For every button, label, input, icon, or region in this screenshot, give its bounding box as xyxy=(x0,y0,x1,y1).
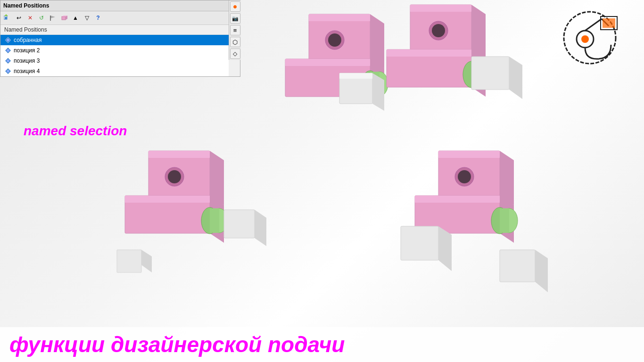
camera-button[interactable]: 📷 xyxy=(230,13,240,24)
svg-rect-37 xyxy=(210,208,219,233)
delete-button[interactable]: ✕ xyxy=(25,13,35,23)
logo xyxy=(559,7,620,68)
svg-marker-26 xyxy=(509,57,522,99)
logo-svg xyxy=(559,7,620,68)
svg-rect-17 xyxy=(387,49,471,57)
svg-rect-48 xyxy=(500,208,509,233)
svg-point-42 xyxy=(458,170,471,183)
flag-button[interactable] xyxy=(48,13,58,23)
position-item-2[interactable]: позиция 3 xyxy=(0,56,229,66)
svg-marker-29 xyxy=(210,151,224,205)
bottom-text: функции дизайнерской подачи xyxy=(0,327,644,362)
panel-title: Named Positions xyxy=(3,2,49,9)
add-button[interactable] xyxy=(2,13,13,23)
svg-point-76 xyxy=(581,35,589,43)
right-toolbar: ● 📷 ≡ ⬡ ◇ xyxy=(229,0,241,60)
position-icon-2 xyxy=(4,57,12,65)
svg-point-73 xyxy=(7,70,9,73)
position-item-1[interactable]: позиция 2 xyxy=(0,45,229,56)
svg-marker-56 xyxy=(141,250,152,272)
svg-rect-53 xyxy=(500,250,535,282)
svg-point-67 xyxy=(7,39,9,41)
svg-rect-57 xyxy=(5,17,7,19)
position-icon-0 xyxy=(4,36,12,44)
svg-rect-28 xyxy=(149,151,210,158)
svg-point-71 xyxy=(7,59,9,62)
position-icon-3 xyxy=(4,67,12,75)
parts-button[interactable]: ⬡ xyxy=(230,37,240,47)
named-selection-text: named selection xyxy=(24,123,127,139)
svg-rect-51 xyxy=(401,226,438,260)
named-positions-panel: Named Positions ⚙ ↩ ✕ ↺ xyxy=(0,0,240,77)
toolbar: ↩ ✕ ↺ ▲ ▽ ? xyxy=(0,11,240,25)
svg-point-4 xyxy=(328,33,341,47)
column-header: Named Positions xyxy=(0,25,240,35)
position-item-0[interactable]: собранная xyxy=(0,35,229,45)
svg-rect-62 xyxy=(62,16,66,20)
svg-marker-54 xyxy=(535,250,548,292)
svg-rect-25 xyxy=(471,57,509,90)
svg-point-15 xyxy=(432,24,445,37)
list-button[interactable]: ≡ xyxy=(230,25,240,35)
svg-point-31 xyxy=(168,170,181,183)
svg-line-77 xyxy=(585,19,602,31)
color-button[interactable]: ● xyxy=(230,1,240,12)
svg-point-69 xyxy=(7,49,9,52)
svg-rect-55 xyxy=(117,250,141,272)
svg-rect-24 xyxy=(339,73,372,79)
panel-content: собранная позиция 2 позиция 3 xyxy=(0,35,229,76)
panel-title-bar: Named Positions ⚙ xyxy=(0,0,240,11)
box-button[interactable] xyxy=(59,13,69,23)
svg-rect-39 xyxy=(438,151,500,158)
down-button[interactable]: ▽ xyxy=(82,13,92,23)
svg-rect-1 xyxy=(309,14,370,21)
svg-rect-6 xyxy=(285,59,370,66)
svg-marker-13 xyxy=(471,5,486,59)
svg-marker-2 xyxy=(370,14,384,68)
settings2-button[interactable]: ◇ xyxy=(230,49,240,59)
svg-marker-60 xyxy=(50,16,55,18)
svg-marker-59 xyxy=(4,14,8,16)
undo-button[interactable]: ↩ xyxy=(14,13,24,23)
svg-rect-44 xyxy=(415,196,500,203)
help-button[interactable]: ? xyxy=(93,13,103,23)
up-button[interactable]: ▲ xyxy=(70,13,81,23)
svg-marker-50 xyxy=(255,210,266,246)
svg-rect-80 xyxy=(603,18,615,28)
position-icon-1 xyxy=(4,47,12,54)
svg-rect-49 xyxy=(224,210,255,238)
svg-marker-40 xyxy=(500,151,514,205)
svg-rect-12 xyxy=(410,5,471,12)
position-item-3[interactable]: позиция 4 xyxy=(0,66,229,76)
svg-rect-33 xyxy=(125,196,210,203)
refresh-button[interactable]: ↺ xyxy=(36,13,47,23)
